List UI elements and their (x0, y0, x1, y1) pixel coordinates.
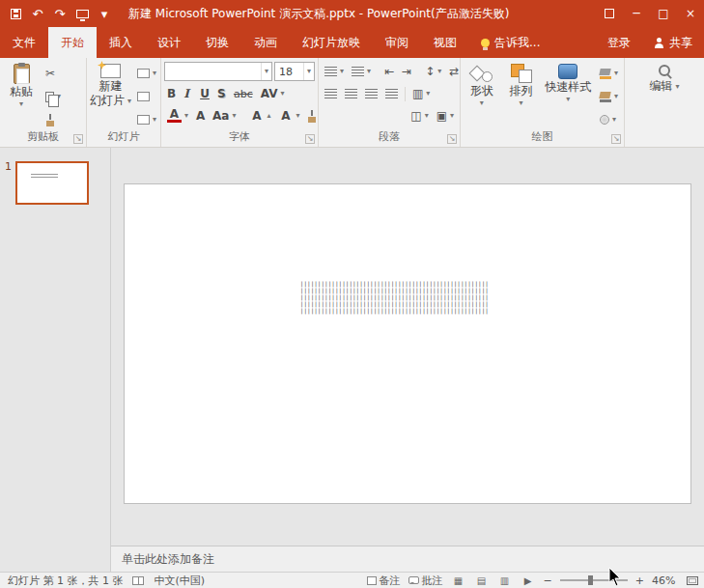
person-icon (654, 38, 664, 48)
chevron-up-icon: ▴ (267, 112, 270, 120)
font-color-button[interactable]: A▾ (164, 106, 191, 126)
language-button[interactable]: 中文(中国) (154, 574, 205, 588)
font-color-icon: A (167, 109, 182, 123)
character-spacing-icon: AV (261, 87, 278, 100)
dialog-launcher-icon[interactable]: ↘ (611, 134, 621, 144)
align-right-button[interactable] (362, 84, 380, 103)
slide-sorter-button[interactable]: ▤ (474, 575, 490, 586)
shape-outline-button[interactable]: ▾ (597, 87, 621, 106)
zoom-out-button[interactable]: − (544, 574, 552, 587)
powerpoint-window: ↶ ↷ ▾ 新建 Microsoft PowerPoint 演示文稿.pptx … (0, 0, 704, 588)
slide-number: 1 (5, 161, 12, 173)
slide-canvas[interactable]: ||||||||||||||||||||||||||||||||||||||||… (124, 183, 691, 504)
chevron-down-icon: ▾ (612, 116, 616, 124)
underline-button[interactable]: U (197, 84, 212, 103)
columns-button[interactable]: ▥▾ (409, 84, 433, 103)
decrease-font-size-button[interactable]: A▾ (275, 106, 302, 126)
justify-button[interactable] (382, 84, 401, 103)
convert-smartart-button[interactable]: ▣▾ (434, 106, 457, 126)
zoom-in-button[interactable]: + (635, 574, 644, 587)
increase-font-size-button[interactable]: A▴ (246, 106, 273, 126)
decrease-indent-button[interactable]: ⇤ (381, 62, 397, 81)
align-right-icon (365, 89, 378, 98)
increase-indent-button[interactable]: ⇥ (399, 62, 414, 81)
copy-button[interactable]: ▾ (42, 87, 64, 106)
tab-transitions[interactable]: 切换 (193, 27, 241, 58)
change-case-icon: Aa (212, 109, 229, 123)
maximize-button[interactable]: □ (650, 0, 677, 27)
editing-button[interactable]: 编辑▾ (643, 61, 686, 130)
zoom-slider-thumb[interactable] (588, 575, 593, 585)
dialog-launcher-icon[interactable]: ↘ (73, 134, 83, 144)
layout-button[interactable]: ▾ (134, 64, 159, 83)
text-direction-button[interactable]: ⇄ (446, 62, 462, 81)
tellme-box[interactable]: 告诉我... (469, 27, 551, 58)
change-case-button[interactable]: Aa▾ (210, 106, 239, 126)
ribbon-display-options-button[interactable] (596, 0, 623, 27)
redo-button[interactable]: ↷ (49, 2, 70, 25)
undo-button[interactable]: ↶ (27, 2, 48, 25)
tab-review[interactable]: 审阅 (373, 27, 421, 58)
new-slide-button[interactable]: 新建 幻灯片▾ (90, 61, 131, 130)
qat-customize-button[interactable]: ▾ (94, 2, 115, 25)
start-slideshow-button[interactable] (71, 2, 93, 25)
align-left-icon (324, 89, 337, 98)
numbering-button[interactable]: ▾ (349, 62, 374, 81)
normal-view-button[interactable]: ▦ (451, 575, 466, 586)
comments-toggle[interactable]: 批注 (408, 574, 443, 588)
slide-indicator: 幻灯片 第 1 张，共 1 张 (8, 574, 123, 588)
minimize-button[interactable]: ─ (623, 0, 650, 27)
clear-formatting-button[interactable]: A (193, 106, 208, 126)
spellcheck-button[interactable] (132, 576, 144, 585)
shape-effects-button[interactable]: ▾ (597, 110, 621, 129)
signin-button[interactable]: 登录 (596, 27, 642, 58)
notes-toggle[interactable]: 备注 (367, 574, 401, 588)
close-button[interactable]: × (677, 0, 704, 27)
ribbon-options-icon (605, 9, 614, 18)
shapes-button[interactable]: 形状 ▾ (464, 61, 500, 130)
line-spacing-icon: ↕ (425, 65, 435, 78)
font-size-combo[interactable]: 18 ▾ (274, 62, 315, 81)
format-painter-button[interactable] (42, 110, 64, 129)
arrange-button[interactable]: 排列 ▾ (503, 61, 540, 130)
tab-insert[interactable]: 插入 (97, 27, 145, 58)
tab-slideshow[interactable]: 幻灯片放映 (290, 27, 373, 58)
share-button[interactable]: 共享 (642, 27, 704, 58)
tab-home[interactable]: 开始 (48, 27, 97, 58)
strikethrough-button[interactable]: abc (231, 84, 256, 103)
dialog-launcher-icon[interactable]: ↘ (447, 134, 457, 144)
tab-animations[interactable]: 动画 (241, 27, 290, 58)
character-spacing-button[interactable]: AV▾ (258, 84, 288, 103)
spellcheck-icon (132, 576, 144, 585)
slideshow-button[interactable]: ▶ (521, 575, 536, 586)
section-button[interactable]: ▾ (134, 110, 159, 129)
fit-slide-to-window-button[interactable] (687, 576, 698, 585)
tab-file[interactable]: 文件 (0, 27, 48, 58)
tab-view[interactable]: 视图 (421, 27, 469, 58)
text-shadow-button[interactable]: S (214, 84, 229, 103)
chevron-down-icon: ▾ (303, 63, 314, 80)
reading-view-button[interactable]: ▥ (497, 575, 513, 586)
save-button[interactable] (5, 2, 26, 25)
align-left-button[interactable] (322, 84, 340, 103)
bold-button[interactable]: B (164, 84, 179, 103)
tab-design[interactable]: 设计 (145, 27, 193, 58)
font-name-combo[interactable]: ▾ (164, 62, 272, 81)
slide-text-placeholder[interactable]: ||||||||||||||||||||||||||||||||||||||||… (300, 280, 489, 314)
zoom-level[interactable]: 46% (652, 574, 679, 587)
paste-button[interactable]: 粘贴 ▾ (3, 61, 40, 130)
group-label: 段落 (379, 130, 400, 143)
slide-thumbnail[interactable] (15, 161, 89, 205)
align-text-button[interactable]: ◫▾ (408, 106, 431, 126)
reset-button[interactable] (134, 87, 159, 106)
line-spacing-button[interactable]: ↕▾ (422, 62, 444, 81)
shape-fill-button[interactable]: ▾ (597, 64, 621, 83)
cut-button[interactable]: ✂ (42, 64, 64, 83)
arrange-icon (511, 64, 532, 83)
align-center-button[interactable] (342, 84, 360, 103)
italic-button[interactable]: I (181, 84, 195, 103)
font-size-value: 18 (279, 66, 293, 78)
dialog-launcher-icon[interactable]: ↘ (305, 134, 315, 144)
bullets-button[interactable]: ▾ (322, 62, 347, 81)
quick-styles-button[interactable]: 快速样式 ▾ (542, 61, 594, 130)
